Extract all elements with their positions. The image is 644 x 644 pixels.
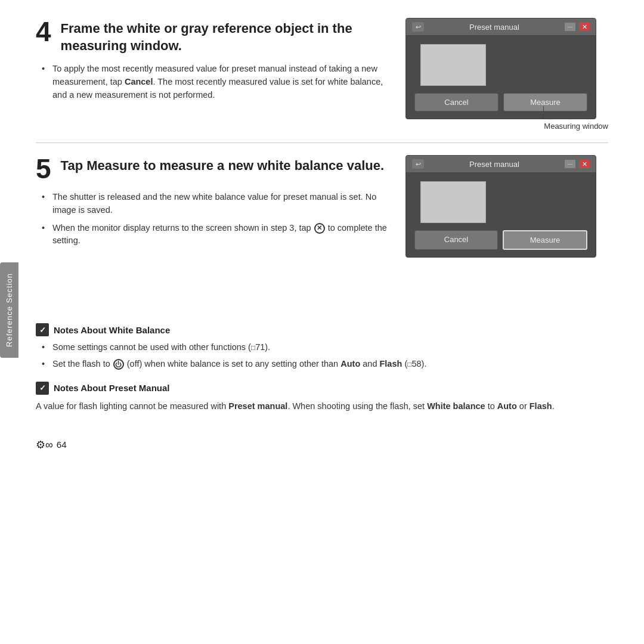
step-5-header: 5 Tap Measure to measure a new white bal… — [36, 155, 388, 182]
step-4-bullet-1: To apply the most recently measured valu… — [42, 63, 388, 101]
step-5-left: 5 Tap Measure to measure a new white bal… — [36, 155, 405, 258]
white-balance-bold: White balance — [427, 401, 485, 411]
step-5-right: ↩ Preset manual — ✕ Cancel Measure — [405, 155, 608, 258]
step-4-left: 4 Frame the white or gray reference obje… — [36, 18, 405, 131]
flash-bold-2: Flash — [530, 401, 552, 411]
step-5-header-title: Preset manual — [424, 160, 565, 169]
note-wb-bullet-1: Some settings cannot be used with other … — [42, 341, 608, 354]
step-4-camera-header: ↩ Preset manual — ✕ — [406, 18, 596, 36]
check-icon-1: ✓ — [36, 323, 49, 336]
step-5-camera-header: ↩ Preset manual — ✕ — [406, 156, 596, 173]
back-icon-2: ↩ — [412, 159, 424, 169]
note-preset-manual-text: A value for flash lighting cannot be mea… — [36, 400, 608, 413]
back-icon: ↩ — [412, 22, 424, 32]
step-4-measure-button[interactable]: Measure — [503, 93, 587, 112]
step-4-right: ↩ Preset manual — ✕ Cancel Measure — [405, 18, 608, 131]
minus-icon: — — [565, 23, 575, 31]
measuring-rect-2 — [420, 181, 486, 223]
step-4-header-title: Preset manual — [424, 23, 565, 32]
step-4-camera-body: Cancel Measure — [406, 36, 596, 119]
preset-manual-bold: Preset manual — [228, 401, 287, 411]
book-icon-1: □ — [251, 342, 255, 353]
step-4-header-icons: — ✕ — [565, 23, 590, 31]
note-white-balance-title: ✓ Notes About White Balance — [36, 323, 608, 336]
step-5-section: 5 Tap Measure to measure a new white bal… — [36, 155, 608, 270]
page-number: 64 — [57, 439, 67, 450]
note-white-balance: ✓ Notes About White Balance Some setting… — [36, 323, 608, 371]
step-4-header: 4 Frame the white or gray reference obje… — [36, 18, 388, 54]
close-icon: ✕ — [579, 23, 590, 31]
x-circle-icon: ✕ — [314, 223, 325, 234]
step-5-title: Tap Measure to measure a new white balan… — [61, 157, 384, 175]
step-5-measure-button[interactable]: Measure — [503, 230, 587, 250]
page-footer: ⚙∞ 64 — [36, 438, 608, 451]
step-4-camera-ui: ↩ Preset manual — ✕ Cancel Measure — [405, 18, 596, 119]
step-5-cancel-button[interactable]: Cancel — [414, 230, 498, 250]
step-5-title-bold: Measure — [86, 158, 140, 173]
step-4-cancel-bold: Cancel — [125, 77, 153, 86]
step-5-camera-body: Cancel Measure — [406, 173, 596, 257]
step-4-cancel-button[interactable]: Cancel — [414, 93, 499, 112]
step-4-bullets: To apply the most recently measured valu… — [36, 63, 388, 101]
measuring-rect — [420, 44, 486, 86]
notes-section: ✓ Notes About White Balance Some setting… — [36, 311, 608, 430]
step-4-title: Frame the white or gray reference object… — [61, 20, 388, 54]
measuring-window-label-container: Measuring window — [405, 119, 608, 131]
power-icon: ⏻ — [113, 359, 124, 370]
step-4-number: 4 — [36, 18, 51, 45]
book-icon-2: □ — [407, 359, 411, 370]
auto-bold: Auto — [340, 359, 360, 369]
auto-bold-2: Auto — [497, 401, 517, 411]
close-icon-2: ✕ — [579, 160, 590, 168]
step-4-camera-buttons: Cancel Measure — [414, 93, 587, 112]
step-5-camera-buttons: Cancel Measure — [414, 230, 587, 250]
page-icon: ⚙∞ — [36, 438, 53, 451]
check-icon-2: ✓ — [36, 382, 49, 395]
step-5-bullet-1: The shutter is released and the new whit… — [42, 191, 388, 217]
flash-bold: Flash — [379, 359, 402, 369]
step-5-number: 5 — [36, 155, 51, 182]
step-4-section: 4 Frame the white or gray reference obje… — [36, 18, 608, 143]
step-5-camera-ui: ↩ Preset manual — ✕ Cancel Measure — [405, 155, 596, 258]
step-5-header-icons: — ✕ — [565, 160, 590, 168]
step-5-bullet-2: When the monitor display returns to the … — [42, 222, 388, 248]
minus-icon-2: — — [565, 160, 575, 168]
note-white-balance-bullets: Some settings cannot be used with other … — [36, 341, 608, 371]
note-wb-bullet-2: Set the flash to ⏻ (off) when white bala… — [42, 358, 608, 371]
measuring-window-label: Measuring window — [544, 122, 608, 131]
step-5-bullets: The shutter is released and the new whit… — [36, 191, 388, 247]
note-preset-manual: ✓ Notes About Preset Manual A value for … — [36, 382, 608, 413]
note-preset-manual-title: ✓ Notes About Preset Manual — [36, 382, 608, 395]
